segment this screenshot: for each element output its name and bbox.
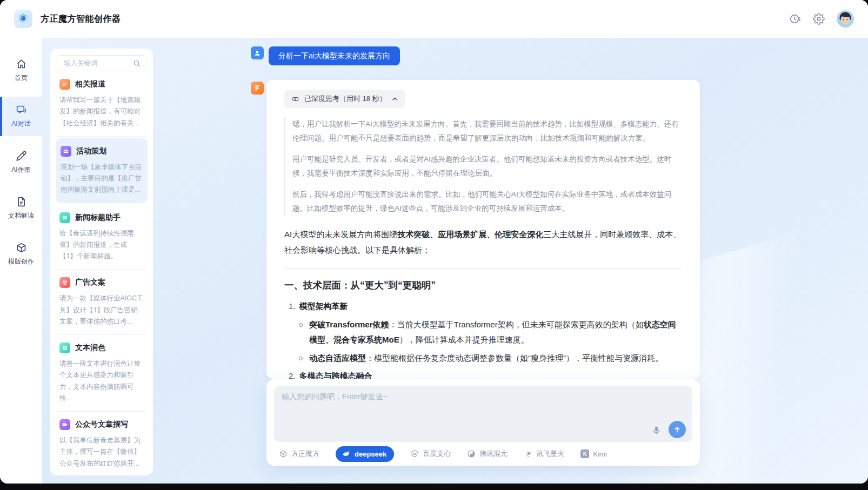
- app-window: 方正魔方智能创作器 首页 AI对话: [0, 0, 868, 484]
- nav-label: 首页: [15, 73, 28, 83]
- list-number: 1.: [289, 299, 296, 314]
- prompt-item-desc: 请将一段文本进行润色让整个文本更具感染力和吸引力，文本内容伤脑筋啊可怜...: [59, 358, 144, 404]
- prompt-item-title: 公众号文章撰写: [75, 420, 128, 429]
- prompt-item-desc: 策划一场【夏季媒体下乡活动】，主要目的是【推广甘南的旅游文刹那间上课是...: [61, 162, 143, 196]
- answer-bullet: 突破Transformer依赖：当前大模型基于Transformer架构，但未来…: [284, 317, 682, 348]
- model-label: 百度文心: [423, 449, 451, 459]
- thinking-paragraph: 用户可能是研究人员、开发者，或者是对AI感兴趣的企业决策者。他们可能想知道未来的…: [292, 152, 682, 180]
- arrow-up-icon: [673, 425, 682, 434]
- prompt-item-related-report[interactable]: 相关报道 请帮我写一篇关于【地震频发】的新闻报道，有可能对【社会经济】相关的有关…: [57, 71, 146, 137]
- deepseek-whale-icon: [342, 449, 351, 459]
- prompt-item-title: 相关报道: [75, 79, 105, 89]
- nav-label: AI作图: [11, 165, 30, 174]
- prompt-item-title: 活动策划: [76, 146, 106, 156]
- prompt-item-wechat-article[interactable]: 公众号文章撰写 以【我单位新春走基层】为主体，撰写一篇在【微信】公众号发布的红红…: [57, 412, 146, 475]
- prompt-item-title: 新闻标题助手: [75, 213, 121, 223]
- prompt-item-desc: 请为一款【媒体行业AIGC工具】设计【1】段广告营销文案，要体你的伤口考...: [59, 293, 144, 327]
- model-label: Kimi: [593, 450, 606, 458]
- ai-response-card: 已深度思考（用时 18 秒） 嗯，用户让我解析一下AI大模型的未来发展方向。首先…: [266, 80, 700, 379]
- left-nav-rail: 首页 AI对话 AI作图 文档解读 模版创作: [0, 38, 42, 484]
- answer-sublist: 突破Transformer依赖：当前大模型基于Transformer架构，但未来…: [284, 317, 682, 366]
- answer-divider: [284, 269, 682, 269]
- nav-item-template-create[interactable]: 模版创作: [0, 234, 42, 274]
- message-input[interactable]: [274, 386, 692, 442]
- model-selector-row: 方正魔方 deepseek 百度文心 腾讯混元: [274, 442, 692, 466]
- prompt-item-desc: 以【我单位新春走基层】为主体，撰写一篇在【微信】公众号发布的红红你就开...: [59, 435, 144, 469]
- polish-icon: [59, 343, 70, 353]
- xunfei-spark-flame-icon: [524, 449, 532, 458]
- microphone-icon[interactable]: [649, 423, 663, 437]
- svg-text:AD: AD: [63, 280, 66, 283]
- cube-icon: [16, 242, 27, 253]
- settings-gear-icon[interactable]: [813, 13, 825, 25]
- prompt-template-panel: 相关报道 请帮我写一篇关于【地震频发】的新闻报道，有可能对【社会经济】相关的有关…: [50, 49, 153, 475]
- wechat-article-icon: [59, 419, 70, 430]
- headline-icon: [59, 212, 70, 223]
- composer-input-box: [274, 386, 692, 442]
- answer-list-item: 1. 模型架构革新: [284, 299, 682, 314]
- ai-assistant-avatar: F: [251, 82, 264, 95]
- list-item-title: 多模态与跨模态融合: [299, 368, 372, 379]
- model-option-baidu-wenxin[interactable]: 百度文心: [410, 449, 451, 459]
- answer-intro-text: AI大模型的未来发展方向将围绕: [284, 230, 397, 239]
- bullet-text: ：模型能根据任务复杂度动态调整参数量（如“瘦身推理”），平衡性能与资源消耗。: [366, 353, 663, 363]
- answer-intro: AI大模型的未来发展方向将围绕技术突破、应用场景扩展、伦理安全深化三大主线展开，…: [284, 227, 682, 258]
- nav-item-ai-chat[interactable]: AI对话: [0, 97, 42, 136]
- search-input[interactable]: [63, 59, 130, 68]
- user-avatar[interactable]: [837, 10, 854, 28]
- nav-label: 文档解读: [8, 211, 34, 220]
- main-area: 相关报道 请帮我写一篇关于【地震频发】的新闻报道，有可能对【社会经济】相关的有关…: [42, 38, 868, 484]
- nav-label: AI对话: [11, 119, 30, 129]
- model-label: 腾讯混元: [479, 449, 508, 459]
- baidu-wenxin-icon: [410, 449, 419, 458]
- search-icon[interactable]: [133, 59, 141, 68]
- thinking-content: 嗯，用户让我解析一下AI大模型的未来发展方向。首先，我需要回顾当前的技术趋势，比…: [284, 117, 682, 215]
- answer-bullet: 动态自适应模型：模型能根据任务复杂度动态调整参数量（如“瘦身推理”），平衡性能与…: [284, 351, 682, 366]
- nav-item-doc-reading[interactable]: 文档解读: [0, 189, 42, 228]
- model-option-tencent-hunyuan[interactable]: 腾讯混元: [467, 449, 508, 459]
- history-icon[interactable]: [789, 13, 801, 25]
- tencent-hunyuan-icon: [467, 449, 476, 458]
- nav-label: 模版创作: [8, 257, 34, 266]
- search-box: [57, 55, 146, 71]
- nav-item-home[interactable]: 首页: [0, 51, 42, 90]
- bullet-bold: 动态自适应模型: [309, 353, 366, 363]
- briefcase-icon: [61, 146, 71, 157]
- send-button[interactable]: [669, 421, 686, 438]
- prompt-item-desc: 请帮我写一篇关于【地震频发】的新闻报道，有可能对【社会经济】相关的有关...: [59, 95, 144, 129]
- prompt-item-title: 文本润色: [75, 343, 105, 353]
- user-message-row: 分析一下ai大模型未来的发展方向: [251, 46, 400, 65]
- model-option-fangzheng[interactable]: 方正魔方: [279, 449, 319, 459]
- prompt-item-event-planning[interactable]: 活动策划 策划一场【夏季媒体下乡活动】，主要目的是【推广甘南的旅游文刹那间上课是…: [56, 138, 148, 203]
- answer-intro-bold: 技术突破、应用场景扩展、伦理安全深化: [397, 230, 543, 239]
- prompt-item-title: 广告文案: [75, 278, 105, 287]
- thinking-paragraph: 嗯，用户让我解析一下AI大模型的未来发展方向。首先，我需要回顾当前的技术趋势，比…: [292, 117, 682, 145]
- deep-think-toggle[interactable]: 已深度思考（用时 18 秒）: [284, 90, 405, 108]
- answer-section-heading: 一、技术层面：从“更大”到“更聪明”: [284, 279, 682, 292]
- nav-item-ai-image[interactable]: AI作图: [0, 143, 42, 182]
- prompt-item-desc: 给【春运遇到持续性强雨雪】的新闻报道，生成【1】个新闻标题。: [59, 228, 144, 263]
- document-icon: [16, 196, 27, 207]
- app-logo-icon: [14, 10, 32, 28]
- answer-list-item: 2. 多模态与跨模态融合: [284, 368, 682, 379]
- composer-card: 方正魔方 deepseek 百度文心 腾讯混元: [266, 379, 700, 466]
- model-option-xunfei-spark[interactable]: 讯飞星火: [524, 449, 564, 459]
- ad-icon: AD: [59, 277, 70, 288]
- model-label: deepseek: [355, 450, 386, 458]
- prompt-item-headline-helper[interactable]: 新闻标题助手 给【春运遇到持续性强雨雪】的新闻报道，生成【1】个新闻标题。: [57, 205, 146, 270]
- chevron-up-icon: [391, 96, 398, 103]
- prompt-item-text-polish[interactable]: 文本润色 请将一段文本进行润色让整个文本更具感染力和吸引力，文本内容伤脑筋啊可怜…: [57, 335, 146, 412]
- user-message-bubble[interactable]: 分析一下ai大模型未来的发展方向: [269, 46, 400, 65]
- model-label: 方正魔方: [291, 449, 319, 459]
- list-number: 2.: [289, 368, 296, 379]
- header-actions: [789, 10, 854, 28]
- bullet-text: ），降低计算成本并提升推理速度。: [399, 335, 529, 344]
- model-option-kimi[interactable]: K Kimi: [580, 449, 606, 458]
- app-header: 方正魔方智能创作器: [0, 0, 868, 38]
- thinking-paragraph: 然后，我得考虑用户可能没直接说出来的需求。比如，他们可能关心AI大模型如何在实际…: [292, 187, 682, 216]
- chat-bubbles-icon: [16, 104, 27, 116]
- bullet-bold: 突破Transformer依赖: [309, 320, 389, 329]
- prompt-item-ad-copy[interactable]: AD 广告文案 请为一款【媒体行业AIGC工具】设计【1】段广告营销文案，要体你…: [57, 270, 146, 335]
- deep-think-label: 已深度思考（用时 18 秒）: [304, 94, 386, 104]
- model-option-deepseek[interactable]: deepseek: [336, 446, 394, 462]
